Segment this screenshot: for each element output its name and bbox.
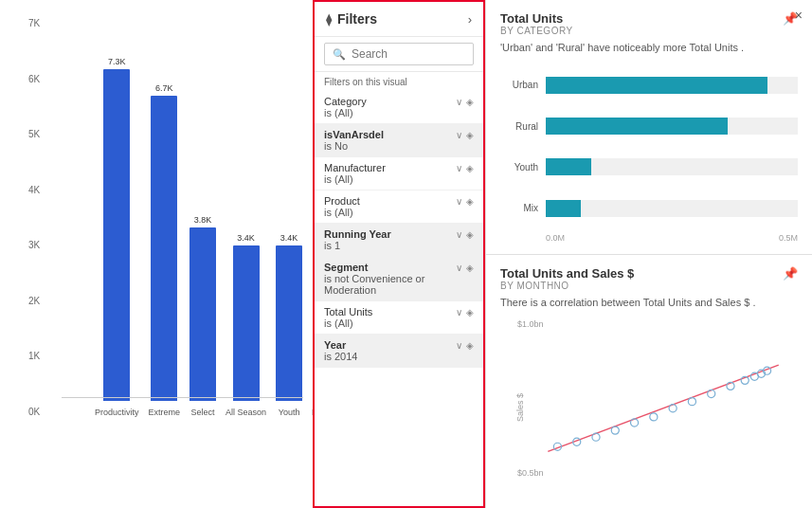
filter-chevron-icon[interactable]: ∨ (456, 163, 462, 173)
filter-chevron-icon[interactable]: ∨ (456, 97, 462, 107)
filter-clear-icon[interactable]: ◈ (466, 130, 474, 140)
filter-icon: ⧫ (326, 12, 332, 27)
filter-item-value: is 1 (324, 240, 474, 251)
filter-panel: ⧫ Filters › 🔍 Filters on this visual Cat… (313, 0, 485, 508)
filter-item-header: Year∨◈ (324, 339, 474, 351)
filter-item-icons: ∨◈ (456, 97, 474, 107)
filter-expand-icon[interactable]: › (468, 12, 472, 27)
hbar-row: Mix (500, 200, 798, 217)
bar-value-label: 6.7K (155, 83, 173, 93)
bar-group: 3.8KSelect (189, 215, 216, 417)
svg-point-5 (631, 418, 639, 426)
filter-item-value: is 2014 (324, 351, 474, 362)
filter-item-name: Total Units (324, 306, 372, 318)
filter-item-name: Running Year (324, 228, 391, 240)
filter-items-list: Category∨◈is (All)isVanArsdel∨◈is NoManu… (315, 91, 483, 506)
scatter-svg (500, 319, 798, 498)
hbar-track (546, 200, 798, 217)
filter-search-container: 🔍 (315, 37, 483, 72)
search-box[interactable]: 🔍 (324, 43, 474, 65)
filter-clear-icon[interactable]: ◈ (466, 340, 474, 351)
filter-chevron-icon[interactable]: ∨ (456, 340, 462, 351)
filter-item-name: isVanArsdel (324, 129, 384, 140)
hbar-label: Urban (500, 80, 538, 90)
filter-item[interactable]: Category∨◈is (All) (315, 91, 483, 124)
bar-group: 3.4KAll Season (226, 233, 266, 417)
card2-header: Total Units and Sales $ BY MONTHNO 📌 (500, 266, 798, 295)
filter-clear-icon[interactable]: ◈ (466, 163, 474, 173)
card1-header: Total Units BY CATEGORY 📌 (500, 11, 798, 40)
filter-item[interactable]: Product∨◈is (All) (315, 190, 483, 224)
total-units-card: Total Units BY CATEGORY 📌 'Urban' and 'R… (486, 0, 812, 255)
filter-item-value: is (All) (324, 173, 474, 185)
filter-item-header: isVanArsdel∨◈ (324, 129, 474, 140)
x-axis-line (62, 397, 303, 398)
hbar-row: Youth (500, 158, 798, 175)
filter-clear-icon[interactable]: ◈ (466, 229, 474, 240)
bar[interactable] (151, 96, 177, 401)
bar-value-label: 7.3K (108, 57, 126, 66)
bar[interactable] (103, 69, 130, 401)
filter-item-icons: ∨◈ (456, 340, 474, 351)
hbar-track (546, 77, 798, 94)
bar[interactable] (276, 245, 302, 401)
close-button[interactable]: × (795, 8, 803, 23)
left-panel: 7K 6K 5K 4K 3K 2K 1K 0K 7.3KProductivity… (0, 0, 313, 508)
filter-chevron-icon[interactable]: ∨ (456, 196, 462, 207)
filter-item-name: Manufacturer (324, 162, 386, 173)
filter-clear-icon[interactable]: ◈ (466, 196, 474, 207)
bar-value-label: 3.4K (280, 233, 298, 243)
filter-clear-icon[interactable]: ◈ (466, 307, 474, 318)
filter-item-icons: ∨◈ (456, 130, 474, 140)
hbar-row: Urban (500, 77, 798, 94)
filter-chevron-icon[interactable]: ∨ (456, 229, 462, 240)
filter-item[interactable]: Segment∨◈is not Convenience or Moderatio… (315, 257, 483, 301)
filter-title: Filters (337, 11, 377, 27)
filter-item-header: Product∨◈ (324, 195, 474, 207)
filter-item-value: is (All) (324, 207, 474, 218)
filter-clear-icon[interactable]: ◈ (466, 263, 474, 273)
filter-item-icons: ∨◈ (456, 263, 474, 273)
bar-category-label: Productivity (95, 408, 139, 417)
sales-scatter-card: Total Units and Sales $ BY MONTHNO 📌 The… (486, 255, 812, 509)
filter-chevron-icon[interactable]: ∨ (456, 307, 462, 318)
hbar-axis-min: 0.0M (546, 233, 565, 243)
svg-point-3 (592, 433, 600, 441)
filter-clear-icon[interactable]: ◈ (466, 97, 474, 107)
bars-container: 7K 6K 5K 4K 3K 2K 1K 0K 7.3KProductivity… (28, 19, 303, 417)
card2-pin-icon[interactable]: 📌 (783, 266, 798, 281)
bar[interactable] (189, 227, 216, 401)
filter-item[interactable]: isVanArsdel∨◈is No (315, 124, 483, 157)
hbar-axis: 0.0M 0.5M (500, 233, 798, 243)
filter-item[interactable]: Manufacturer∨◈is (All) (315, 157, 483, 190)
hbar-fill (546, 118, 728, 135)
filter-chevron-icon[interactable]: ∨ (456, 263, 462, 273)
bar-category-label: Select (191, 408, 215, 417)
right-panel: × Total Units BY CATEGORY 📌 'Urban' and … (485, 0, 812, 508)
bar-value-label: 3.8K (194, 215, 212, 225)
filter-item-icons: ∨◈ (456, 163, 474, 173)
filter-item[interactable]: Total Units∨◈is (All) (315, 301, 483, 335)
filters-on-label: Filters on this visual (315, 72, 483, 91)
bar[interactable] (233, 245, 260, 401)
bar-category-label: Youth (279, 408, 300, 417)
filter-item[interactable]: Running Year∨◈is 1 (315, 224, 483, 257)
scatter-chart-area: $1.0bn $0.5bn Sales $ (500, 319, 798, 498)
filter-item-name: Segment (324, 262, 368, 273)
bar-group: 7.3KProductivity (95, 57, 139, 417)
search-icon: 🔍 (333, 48, 346, 61)
bar-group: 6.7KExtreme (149, 83, 181, 417)
filter-item-value: is not Convenience or Moderation (324, 273, 474, 296)
hbar-label: Youth (500, 162, 538, 172)
hbar-fill (546, 77, 767, 94)
card1-subtitle: BY CATEGORY (500, 26, 573, 36)
card2-title-group: Total Units and Sales $ BY MONTHNO (500, 266, 634, 295)
svg-point-9 (708, 390, 715, 397)
filter-chevron-icon[interactable]: ∨ (456, 130, 462, 140)
hbar-axis-max: 0.5M (779, 233, 798, 243)
filter-item-header: Category∨◈ (324, 96, 474, 107)
filter-item-name: Year (324, 339, 346, 351)
svg-point-4 (611, 426, 619, 434)
filter-item[interactable]: Year∨◈is 2014 (315, 335, 483, 368)
search-input[interactable] (352, 47, 465, 61)
